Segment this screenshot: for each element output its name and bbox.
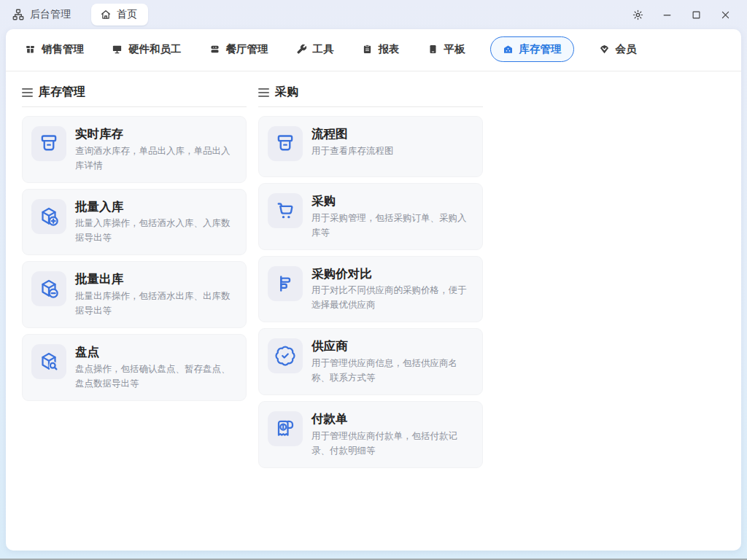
card-title: 采购	[311, 193, 473, 209]
nav-item-reports[interactable]: 报表	[359, 37, 403, 61]
nav-label: 会员	[616, 42, 637, 56]
nav-item-members[interactable]: 会员	[596, 37, 640, 61]
card-stocktake[interactable]: 盘点 盘点操作，包括确认盘点、暂存盘点、盘点数据导出等	[22, 334, 247, 401]
nav-item-tools[interactable]: 工具	[293, 37, 337, 61]
card-title: 付款单	[311, 411, 473, 427]
receipt-dollar-icon	[268, 411, 303, 446]
card-title: 盘点	[75, 344, 237, 359]
tab-home-label: 首页	[117, 8, 137, 21]
card-desc: 用于对比不同供应商的采购价格，便于选择最优供应商	[311, 283, 473, 312]
wrench-icon	[296, 44, 307, 55]
close-button[interactable]	[711, 3, 740, 26]
card-payment-orders[interactable]: 付款单 用于管理供应商付款单，包括付款记录、付款明细等	[258, 401, 483, 468]
card-desc: 用于管理供应商付款单，包括付款记录、付款明细等	[311, 429, 473, 458]
close-icon	[720, 9, 731, 20]
card-desc: 用于查看库存流程图	[311, 144, 473, 158]
card-batch-inbound[interactable]: 批量入库 批量入库操作，包括酒水入库、入库数据导出等	[22, 189, 247, 256]
card-batch-outbound[interactable]: 批量出库 批量出库操作，包括酒水出库、出库数据导出等	[22, 261, 247, 328]
card-desc: 批量入库操作，包括酒水入库、入库数据导出等	[75, 216, 237, 245]
card-desc: 用于管理供应商信息，包括供应商名称、联系方式等	[311, 356, 473, 385]
top-navigation: 销售管理 硬件和员工 餐厅管理	[6, 29, 741, 71]
nav-item-hardware-staff[interactable]: 硬件和员工	[109, 37, 185, 61]
org-chart-icon	[12, 8, 25, 21]
titlebar: 后台管理 首页	[0, 0, 747, 29]
card-title: 批量出库	[75, 271, 237, 287]
card-desc: 盘点操作，包括确认盘点、暂存盘点、盘点数据导出等	[75, 362, 237, 391]
nav-item-tablet[interactable]: 平板	[425, 37, 468, 61]
badge-check-icon	[268, 338, 303, 373]
card-title: 供应商	[311, 338, 473, 354]
minimize-button[interactable]	[652, 3, 681, 26]
gear-icon	[632, 9, 644, 21]
section-header-inventory: 库存管理	[22, 82, 247, 107]
section-header-procurement: 采购	[258, 82, 483, 107]
nav-label: 餐厅管理	[226, 42, 268, 56]
nav-label: 工具	[313, 42, 334, 56]
card-title: 流程图	[311, 126, 473, 141]
card-desc: 用于采购管理，包括采购订单、采购入库等	[311, 211, 473, 240]
nav-label: 销售管理	[42, 42, 84, 56]
restaurant-icon	[209, 44, 220, 55]
tablet-icon	[427, 44, 438, 55]
cube-minus-icon	[31, 271, 66, 306]
card-realtime-stock[interactable]: 实时库存 查询酒水库存，单品出入库，单品出入库详情	[22, 116, 247, 183]
app-title: 后台管理	[30, 8, 71, 21]
cube-search-icon	[31, 344, 66, 379]
tab-home[interactable]: 首页	[91, 4, 148, 26]
nav-label: 硬件和员工	[128, 42, 182, 56]
section-inventory: 库存管理 实时库存 查询酒水库存，单品出入库，单品出入库详情	[22, 82, 247, 407]
card-purchase[interactable]: 采购 用于采购管理，包括采购订单、采购入库等	[258, 183, 483, 250]
menu-lines-icon	[258, 88, 269, 97]
section-title: 库存管理	[39, 85, 85, 100]
main-window-panel: 销售管理 硬件和员工 餐厅管理	[6, 29, 741, 551]
gem-icon	[599, 44, 610, 55]
card-price-compare[interactable]: 采购价对比 用于对比不同供应商的采购价格，便于选择最优供应商	[258, 256, 483, 323]
home-icon	[100, 9, 112, 20]
card-flowchart[interactable]: 流程图 用于查看库存流程图	[258, 116, 483, 177]
nav-label: 报表	[379, 42, 400, 56]
card-desc: 查询酒水库存，单品出入库，单品出入库详情	[75, 144, 237, 173]
minimize-icon	[662, 9, 673, 20]
maximize-icon	[691, 9, 702, 20]
nav-item-restaurant[interactable]: 餐厅管理	[206, 37, 271, 61]
settings-button[interactable]	[623, 3, 652, 26]
storage-box-icon	[268, 126, 303, 161]
card-desc: 批量出库操作，包括酒水出库、出库数据导出等	[75, 289, 237, 318]
maximize-button[interactable]	[681, 3, 711, 26]
section-title: 采购	[275, 85, 298, 100]
card-title: 批量入库	[75, 199, 237, 214]
storage-box-icon	[31, 126, 66, 161]
card-suppliers[interactable]: 供应商 用于管理供应商信息，包括供应商名称、联系方式等	[258, 328, 483, 395]
clipboard-icon	[362, 44, 373, 55]
nav-label: 平板	[444, 42, 465, 56]
main-content: 库存管理 实时库存 查询酒水库存，单品出入库，单品出入库详情	[6, 71, 741, 484]
nav-label: 库存管理	[519, 42, 562, 56]
bar-chart-icon	[268, 266, 303, 301]
nav-item-sales[interactable]: 销售管理	[22, 37, 87, 61]
section-procurement: 采购 流程图 用于查看库存流程图	[258, 82, 483, 474]
app-identity: 后台管理	[7, 8, 75, 21]
cube-plus-icon	[31, 199, 66, 234]
gift-icon	[25, 44, 36, 55]
card-title: 采购价对比	[311, 266, 473, 281]
window-controls	[623, 3, 740, 26]
cart-icon	[268, 193, 303, 228]
warehouse-icon	[503, 44, 514, 55]
monitor-icon	[112, 44, 123, 55]
nav-item-inventory[interactable]: 库存管理	[490, 36, 574, 62]
card-title: 实时库存	[75, 126, 237, 141]
menu-lines-icon	[22, 88, 33, 97]
